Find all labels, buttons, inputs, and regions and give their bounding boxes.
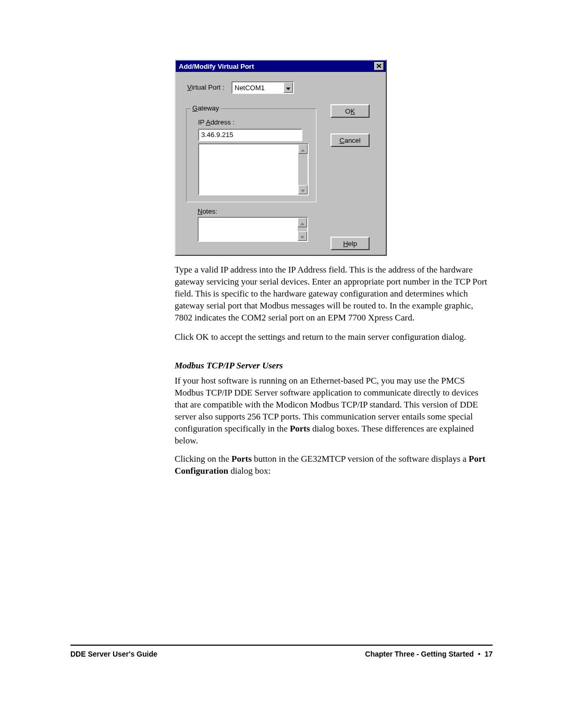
chevron-down-icon — [301, 186, 305, 194]
gateway-groupbox: Gateway IP Address : 3.46.9.215 — [186, 108, 316, 202]
scroll-down-button[interactable] — [298, 185, 308, 194]
scroll-up-button[interactable] — [298, 218, 307, 227]
footer-chapter: Chapter Three - Getting Started — [365, 650, 473, 658]
section-heading: Modbus TCP/IP Server Users — [175, 361, 283, 371]
ip-address-label: IP Address : — [198, 118, 235, 126]
gateway-list-area — [199, 144, 298, 194]
notes-textarea[interactable] — [198, 217, 308, 242]
gateway-listbox[interactable] — [198, 143, 309, 195]
help-label: Help — [343, 240, 357, 248]
ok-button[interactable]: OK — [331, 104, 370, 118]
dialog-title: Add/Modify Virtual Port — [179, 63, 254, 70]
paragraph-3: If your host software is running on an E… — [175, 375, 493, 447]
ok-label: OK — [345, 107, 355, 115]
paragraph-2: Click OK to accept the settings and retu… — [175, 331, 493, 343]
footer-right: Chapter Three - Getting Started • 17 — [365, 650, 493, 658]
dialog-body: Virtual Port : NetCOM1 Gateway IP Addres… — [176, 72, 386, 255]
footer-bullet: • — [476, 650, 483, 658]
chevron-down-icon — [286, 84, 290, 92]
paragraph-4: Clicking on the Ports button in the GE32… — [175, 453, 493, 477]
virtual-port-combo[interactable]: NetCOM1 — [231, 81, 294, 94]
virtual-port-value: NetCOM1 — [232, 84, 284, 92]
cancel-label: Cancel — [339, 137, 360, 144]
notes-label: Notes: — [198, 207, 217, 215]
virtual-port-label: Virtual Port : — [187, 83, 224, 91]
help-button[interactable]: Help — [331, 237, 370, 250]
scrollbar[interactable] — [298, 144, 308, 194]
footer-page: 17 — [484, 650, 493, 658]
page: Add/Modify Virtual Port Virtual Port : N… — [0, 0, 563, 728]
chevron-down-icon — [300, 232, 304, 240]
add-modify-virtual-port-dialog: Add/Modify Virtual Port Virtual Port : N… — [175, 59, 387, 256]
paragraph-1: Type a valid IP address into the IP Addr… — [175, 264, 493, 324]
gateway-legend: Gateway — [191, 104, 221, 112]
chevron-up-icon — [300, 219, 304, 227]
scroll-up-button[interactable] — [298, 144, 308, 154]
dropdown-button[interactable] — [284, 82, 293, 93]
ip-address-value: 3.46.9.215 — [201, 131, 233, 139]
footer-left: DDE Server User's Guide — [70, 650, 157, 658]
cancel-button[interactable]: Cancel — [331, 133, 370, 147]
notes-area — [199, 218, 298, 241]
close-button[interactable] — [374, 62, 384, 70]
footer-rule — [70, 645, 493, 646]
chevron-up-icon — [301, 145, 305, 153]
ip-address-input[interactable]: 3.46.9.215 — [198, 129, 302, 141]
dialog-titlebar: Add/Modify Virtual Port — [176, 60, 386, 72]
scroll-down-button[interactable] — [298, 231, 307, 241]
close-icon — [376, 63, 382, 69]
notes-scrollbar[interactable] — [298, 218, 307, 241]
